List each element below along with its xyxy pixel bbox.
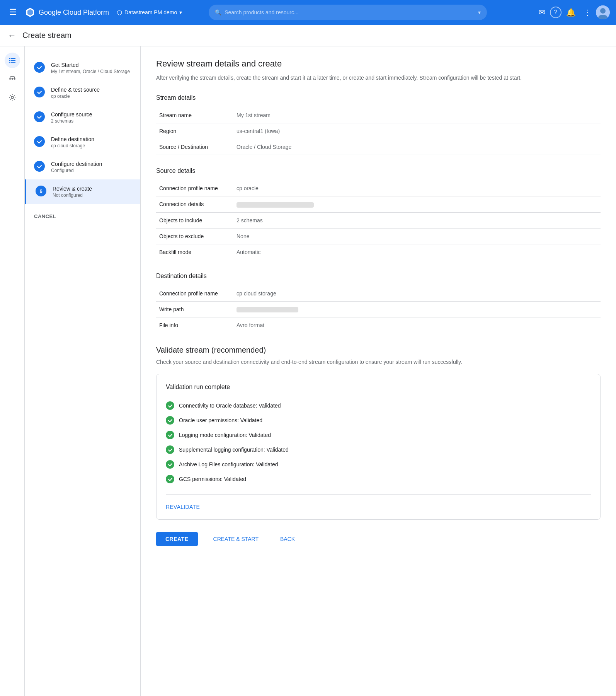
step-3-icon (34, 111, 45, 122)
validation-item-5: Archive Log Files configuration: Validat… (166, 457, 591, 472)
table-row: Stream name My 1st stream (156, 107, 601, 123)
validation-item-3-text: Logging mode configuration: Validated (179, 432, 271, 438)
conn-details-value (233, 196, 601, 212)
write-path-value (233, 301, 601, 317)
validation-card-title: Validation run complete (166, 384, 591, 391)
validate-section: Validate stream (recommended) Check your… (156, 346, 601, 520)
step-4-text: Define destination cp cloud storage (51, 136, 131, 148)
gcp-logo-icon (25, 7, 36, 18)
app-logo: Google Cloud Platform (25, 7, 109, 18)
table-row: Connection details (156, 196, 601, 212)
dest-profile-value: cp cloud storage (233, 286, 601, 302)
step-1-text: Get Started My 1st stream, Oracle / Clou… (51, 62, 131, 74)
rail-list-icon[interactable] (5, 53, 20, 68)
destination-details-table: Connection profile name cp cloud storage… (156, 286, 601, 333)
objects-include-label: Objects to include (156, 212, 233, 228)
project-selector[interactable]: ⬡ Datastream PM demo ▾ (117, 9, 182, 16)
stream-name-value: My 1st stream (233, 107, 601, 123)
table-row: Objects to exclude None (156, 228, 601, 244)
validate-heading: Validate stream (recommended) (156, 346, 601, 355)
table-row: Connection profile name cp cloud storage (156, 286, 601, 302)
table-row: Connection profile name cp oracle (156, 181, 601, 196)
main-heading: Review stream details and create (156, 59, 601, 69)
svg-rect-6 (11, 60, 15, 61)
table-row: Backfill mode Automatic (156, 244, 601, 260)
destination-details-title: Destination details (156, 273, 601, 280)
svg-rect-3 (9, 58, 10, 59)
stream-details-title: Stream details (156, 94, 601, 101)
check-icon-6 (166, 475, 174, 483)
validation-card: Validation run complete Connectivity to … (156, 374, 601, 520)
page-title: Create stream (22, 31, 71, 40)
rail-stream-icon[interactable] (5, 71, 20, 87)
project-dropdown-icon: ▾ (179, 9, 182, 15)
step-3-text: Configure source 2 schemas (51, 111, 131, 124)
search-bar[interactable]: 🔍 ▾ (209, 5, 487, 20)
create-and-start-button[interactable]: CREATE & START (207, 532, 265, 546)
step-2-text: Define & test source cp oracle (51, 87, 131, 99)
source-dest-label: Source / Destination (156, 139, 233, 155)
hamburger-icon[interactable]: ☰ (6, 4, 20, 20)
mail-icon[interactable]: ✉ (536, 5, 548, 20)
step-5[interactable]: Configure destination Configured (25, 155, 140, 179)
check-icon-1 (166, 401, 174, 410)
file-info-label: File info (156, 317, 233, 333)
table-row: Source / Destination Oracle / Cloud Stor… (156, 139, 601, 155)
rail-settings-icon[interactable] (5, 90, 20, 105)
avatar[interactable] (596, 5, 610, 19)
backfill-mode-value: Automatic (233, 244, 601, 260)
table-row: Objects to include 2 schemas (156, 212, 601, 228)
write-path-label: Write path (156, 301, 233, 317)
bottom-actions: CREATE CREATE & START BACK (156, 532, 601, 561)
more-options-icon[interactable]: ⋮ (580, 5, 594, 20)
objects-include-value: 2 schemas (233, 212, 601, 228)
validation-item-2-text: Oracle user permissions: Validated (179, 417, 262, 423)
table-row: Write path (156, 301, 601, 317)
step-2[interactable]: Define & test source cp oracle (25, 80, 140, 105)
svg-rect-8 (11, 62, 15, 63)
help-icon[interactable]: ? (550, 7, 562, 18)
region-label: Region (156, 123, 233, 139)
revalidate-button[interactable]: REVALIDATE (166, 504, 200, 510)
backfill-mode-label: Backfill mode (156, 244, 233, 260)
destination-details-section: Destination details Connection profile n… (156, 273, 601, 333)
conn-profile-label: Connection profile name (156, 181, 233, 196)
app-title: Google Cloud Platform (39, 9, 109, 17)
top-nav: ☰ Google Cloud Platform ⬡ Datastream PM … (0, 0, 616, 25)
blurred-write-path (237, 307, 298, 312)
notification-icon[interactable]: 🔔 (563, 5, 579, 20)
svg-rect-5 (9, 60, 10, 61)
stream-name-label: Stream name (156, 107, 233, 123)
table-row: Region us-central1 (Iowa) (156, 123, 601, 139)
validation-item-2: Oracle user permissions: Validated (166, 413, 591, 428)
validation-item-6-text: GCS permissions: Validated (179, 476, 246, 482)
step-6[interactable]: 6 Review & create Not configured (25, 179, 140, 204)
step-1[interactable]: Get Started My 1st stream, Oracle / Clou… (25, 56, 140, 80)
back-button[interactable]: ← (6, 29, 18, 42)
step-4[interactable]: Define destination cp cloud storage (25, 130, 140, 155)
step-5-text: Configure destination Configured (51, 161, 131, 173)
main-description: After verifying the stream details, crea… (156, 73, 601, 82)
svg-point-9 (9, 78, 11, 80)
check-icon-4 (166, 445, 174, 454)
svg-point-10 (12, 78, 13, 80)
validation-item-3: Logging mode configuration: Validated (166, 428, 591, 442)
validation-item-4: Supplemental logging configuration: Vali… (166, 442, 591, 457)
cancel-button[interactable]: CANCEL (34, 213, 131, 219)
create-button[interactable]: CREATE (156, 532, 198, 546)
main-layout: Get Started My 1st stream, Oracle / Clou… (0, 46, 616, 696)
search-input[interactable] (225, 9, 475, 15)
step-2-icon (34, 87, 45, 97)
steps-sidebar: Get Started My 1st stream, Oracle / Clou… (25, 46, 141, 696)
svg-rect-7 (9, 62, 10, 63)
back-button-bottom[interactable]: BACK (274, 532, 301, 546)
source-details-table: Connection profile name cp oracle Connec… (156, 181, 601, 260)
main-content: Review stream details and create After v… (141, 46, 616, 696)
source-details-section: Source details Connection profile name c… (156, 167, 601, 260)
svg-rect-4 (11, 58, 15, 59)
conn-profile-value: cp oracle (233, 181, 601, 196)
dest-profile-label: Connection profile name (156, 286, 233, 302)
step-3[interactable]: Configure source 2 schemas (25, 105, 140, 130)
search-dropdown-icon: ▾ (478, 9, 481, 15)
table-row: File info Avro format (156, 317, 601, 333)
